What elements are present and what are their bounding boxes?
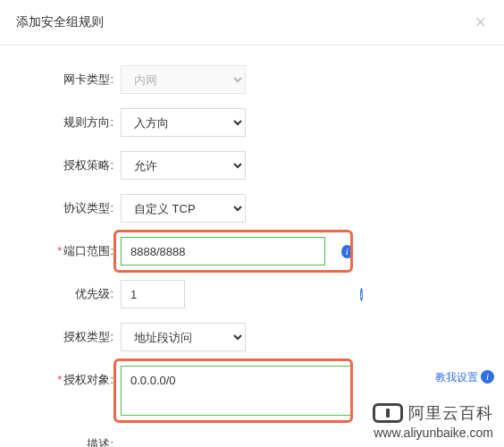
label-protocol: 协议类型: [0,194,121,216]
priority-input[interactable] [121,280,185,308]
row-direction: 规则方向: 入方向 [0,108,504,137]
row-policy: 授权策略: 允许 [0,151,504,180]
teach-me-link[interactable]: 教我设置 [435,370,478,385]
row-auth-object: *授权对象: 0.0.0.0/0 i 教我设置 [0,366,504,416]
label-auth-type: 授权类型: [0,323,121,345]
info-icon[interactable]: i [341,245,353,258]
info-icon[interactable]: i [360,288,363,301]
auth-object-input[interactable]: 0.0.0.0/0 [121,366,353,416]
row-auth-type: 授权类型: 地址段访问 [0,323,504,351]
label-auth-object: *授权对象: [0,366,121,388]
row-nic-type: 网卡类型: 内网 [0,65,504,94]
dialog-title: 添加安全组规则 [16,14,104,30]
label-priority: 优先级: [0,280,121,302]
dialog-header: 添加安全组规则 × [0,0,504,46]
row-priority: 优先级: i [0,280,504,308]
info-icon[interactable]: i [481,370,494,384]
row-protocol: 协议类型: 自定义 TCP [0,194,504,223]
policy-select[interactable]: 允许 [121,151,246,180]
security-rule-form: 网卡类型: 内网 规则方向: 入方向 授权策略: 允许 协议类型: 自定义 TC… [0,46,504,447]
protocol-select[interactable]: 自定义 TCP [121,194,246,223]
label-policy: 授权策略: [0,151,121,173]
direction-select[interactable]: 入方向 [121,108,246,137]
label-description: 描述: [0,430,121,447]
label-nic-type: 网卡类型: [0,65,121,88]
close-icon[interactable]: × [475,13,486,32]
label-direction: 规则方向: [0,108,121,131]
auth-type-select[interactable]: 地址段访问 [121,323,246,351]
nic-type-select[interactable]: 内网 [121,65,246,94]
port-range-input[interactable] [121,237,325,266]
row-port-range: *端口范围: i [0,237,504,266]
required-star: * [57,244,62,257]
required-star: * [57,373,62,386]
label-port-range: *端口范围: [0,237,121,259]
row-description: 描述: [0,430,504,447]
